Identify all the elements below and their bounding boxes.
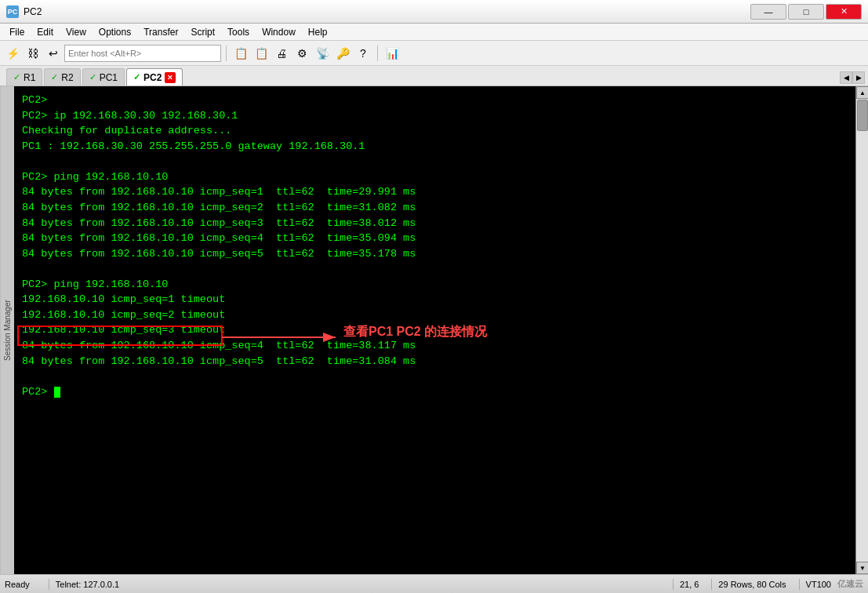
menu-bar: File Edit View Options Transfer Script T… [0, 24, 868, 41]
scrollbar-thumb[interactable] [857, 100, 868, 131]
status-dimensions: 29 Rows, 80 Cols [718, 580, 786, 589]
tab-nav-left[interactable]: ◀ [840, 71, 852, 84]
tab-PC1-label: PC1 [100, 72, 118, 83]
menu-view[interactable]: View [60, 25, 93, 39]
status-sep-1 [49, 579, 49, 590]
status-sep-2 [673, 579, 674, 590]
tab-R1-check: ✓ [13, 72, 20, 82]
term-line-8: 84 bytes from 192.168.10.10 icmp_seq=3 t… [22, 216, 848, 231]
term-line-0: PC2> [22, 93, 848, 108]
tab-R1-label: R1 [24, 72, 35, 83]
toolbar-copy-btn[interactable]: 📋 [231, 44, 250, 63]
title-bar-controls: — □ ✕ [750, 4, 862, 20]
scrollbar-track [856, 99, 868, 562]
tab-PC1[interactable]: ✓ PC1 [82, 68, 125, 85]
menu-window[interactable]: Window [256, 25, 302, 39]
toolbar-transfer-btn[interactable]: 📡 [313, 44, 332, 63]
term-line-16: 84 bytes from 192.168.10.10 icmp_seq=4 t… [22, 338, 848, 354]
tab-PC2-check: ✓ [133, 72, 140, 82]
tabs-nav: ◀ ▶ [840, 71, 865, 84]
toolbar: ⚡ ⛓ ↩ 📋 📋 🖨 ⚙ 📡 🔑 ? 📊 [0, 41, 868, 66]
term-line-17: 84 bytes from 192.168.10.10 icmp_seq=5 t… [22, 354, 848, 369]
toolbar-print-btn[interactable]: 🖨 [272, 44, 291, 63]
tab-PC2-close[interactable]: ✕ [165, 72, 176, 83]
toolbar-chart-btn[interactable]: 📊 [383, 44, 401, 63]
title-bar: PC PC2 — □ ✕ [0, 0, 868, 24]
tab-PC2-label: PC2 [143, 72, 162, 83]
minimize-button[interactable]: — [750, 4, 786, 20]
term-line-12: PC2> ping 192.168.10.10 [22, 277, 848, 293]
term-line-6: 84 bytes from 192.168.10.10 icmp_seq=1 t… [22, 184, 848, 200]
tab-PC1-check: ✓ [89, 72, 96, 82]
term-line-13: 192.168.10.10 icmp_seq=1 timeout [22, 292, 848, 307]
maximize-button[interactable]: □ [788, 4, 824, 20]
status-terminal-type: VT100 [806, 580, 831, 589]
term-line-9: 84 bytes from 192.168.10.10 icmp_seq=4 t… [22, 231, 848, 246]
tab-nav-right[interactable]: ▶ [852, 71, 865, 84]
term-line-2: Checking for duplicate address... [22, 123, 848, 139]
tab-R1[interactable]: ✓ R1 [6, 68, 42, 85]
terminal-cursor [54, 387, 60, 398]
status-sep-3 [711, 579, 712, 590]
close-button[interactable]: ✕ [826, 4, 862, 20]
term-line-19: PC2> [22, 384, 848, 400]
menu-edit[interactable]: Edit [31, 25, 60, 39]
term-line-3: PC1 : 192.168.30.30 255.255.255.0 gatewa… [22, 139, 848, 155]
app-icon: PC [6, 5, 19, 18]
tabs-area: ✓ R1 ✓ R2 ✓ PC1 ✓ PC2 ✕ ◀ ▶ [0, 66, 868, 86]
session-sidebar[interactable]: Session Manager [0, 86, 14, 574]
scroll-down-btn[interactable]: ▼ [856, 562, 868, 574]
toolbar-settings-btn[interactable]: ⚙ [292, 44, 311, 63]
toolbar-connect-btn[interactable]: ⛓ [24, 44, 42, 63]
status-sep-4 [799, 579, 800, 590]
term-line-7: 84 bytes from 192.168.10.10 icmp_seq=2 t… [22, 200, 848, 216]
terminal-scrollbar[interactable]: ▲ ▼ [855, 86, 868, 574]
menu-options[interactable]: Options [93, 25, 137, 39]
toolbar-new-btn[interactable]: ⚡ [3, 44, 22, 63]
tab-PC2[interactable]: ✓ PC2 ✕ [126, 68, 183, 85]
menu-transfer[interactable]: Transfer [137, 25, 184, 39]
title-bar-text: PC2 [24, 6, 750, 17]
term-line-18 [22, 369, 848, 384]
terminal-content[interactable]: PC2> PC2> ip 192.168.30.30 192.168.30.1 … [14, 86, 855, 574]
scroll-up-btn[interactable]: ▲ [856, 86, 868, 99]
term-line-11 [22, 261, 848, 277]
toolbar-separator-2 [377, 45, 378, 61]
tab-R2-label: R2 [61, 72, 73, 83]
status-bar: Ready Telnet: 127.0.0.1 21, 6 29 Rows, 8… [0, 574, 868, 593]
tab-R2[interactable]: ✓ R2 [44, 68, 80, 85]
tab-R2-check: ✓ [51, 72, 58, 82]
term-line-14: 192.168.10.10 icmp_seq=2 timeout [22, 307, 848, 323]
menu-tools[interactable]: Tools [221, 25, 256, 39]
status-position: 21, 6 [680, 580, 699, 589]
status-telnet: Telnet: 127.0.0.1 [56, 580, 666, 589]
host-input[interactable] [64, 45, 221, 62]
main-area: Session Manager PC2> PC2> ip 192.168.30.… [0, 86, 868, 574]
term-line-4 [22, 154, 848, 169]
term-line-15: 192.168.10.10 icmp_seq=3 timeout [22, 322, 848, 338]
toolbar-separator-1 [226, 45, 227, 61]
status-logo: 亿速云 [837, 578, 863, 590]
toolbar-paste-btn[interactable]: 📋 [252, 44, 271, 63]
terminal-container[interactable]: PC2> PC2> ip 192.168.30.30 192.168.30.1 … [14, 86, 868, 574]
toolbar-reconnect-btn[interactable]: ↩ [44, 44, 63, 63]
session-sidebar-label: Session Manager [3, 300, 12, 361]
menu-script[interactable]: Script [184, 25, 221, 39]
toolbar-key-btn[interactable]: 🔑 [333, 44, 352, 63]
menu-help[interactable]: Help [302, 25, 334, 39]
toolbar-help-btn[interactable]: ? [354, 44, 372, 63]
menu-file[interactable]: File [3, 25, 31, 39]
term-line-1: PC2> ip 192.168.30.30 192.168.30.1 [22, 108, 848, 124]
term-line-5: PC2> ping 192.168.10.10 [22, 169, 848, 185]
term-line-10: 84 bytes from 192.168.10.10 icmp_seq=5 t… [22, 246, 848, 262]
status-ready: Ready [5, 580, 42, 589]
